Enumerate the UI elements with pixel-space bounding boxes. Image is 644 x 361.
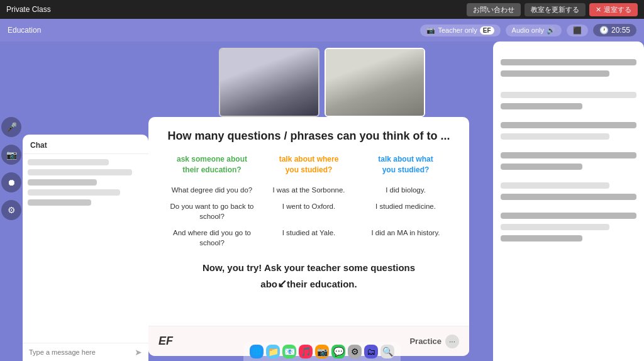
blurred-row bbox=[501, 194, 636, 200]
dock-item-photos[interactable]: 📷 bbox=[315, 345, 329, 358]
col-header-1: ask someone abouttheir education? bbox=[164, 154, 260, 175]
send-icon[interactable]: ➤ bbox=[135, 347, 142, 357]
cursor-icon: ↙ bbox=[277, 277, 287, 290]
chat-header: Chat bbox=[23, 135, 148, 154]
chat-input-area: ➤ bbox=[23, 343, 148, 361]
dock-item-search[interactable]: 🔍 bbox=[380, 345, 394, 358]
camera-icon: 📷 bbox=[426, 26, 435, 35]
col-header-2: talk about whereyou studied? bbox=[260, 154, 357, 175]
dock-item-mail[interactable]: 📧 bbox=[282, 345, 296, 358]
blurred-row bbox=[501, 92, 636, 98]
dock-item-music[interactable]: 🎵 bbox=[299, 345, 313, 358]
ef-logo: EF bbox=[158, 335, 173, 348]
col-header-3: talk about whatyou studied? bbox=[357, 154, 454, 175]
chat-panel: Chat ➤ bbox=[23, 135, 148, 361]
audio-icon: 🔊 bbox=[547, 26, 555, 35]
blurred-row bbox=[501, 235, 582, 242]
blurred-row bbox=[501, 164, 582, 170]
cell-1-2: Do you want to go back to school? bbox=[164, 198, 260, 225]
subheader: Education 📷 Teacher only EF Audio only 🔊… bbox=[0, 19, 644, 42]
cell-2-2: I went to Oxford. bbox=[260, 198, 357, 225]
clock-icon: 🕐 bbox=[599, 26, 609, 35]
close-icon: ✕ bbox=[596, 6, 601, 14]
lesson-cta: Now, you try! Ask your teacher some ques… bbox=[164, 261, 454, 292]
close-button[interactable]: ✕ 退室する bbox=[589, 3, 638, 16]
app-title: Private Class bbox=[6, 5, 51, 14]
dock-item-finder[interactable]: 📁 bbox=[266, 345, 280, 358]
update-button[interactable]: 教室を更新する bbox=[525, 3, 586, 16]
video-thumb-1 bbox=[219, 48, 319, 117]
dock-item-messages[interactable]: 💬 bbox=[331, 345, 345, 358]
dock-item-files[interactable]: 🗂 bbox=[364, 345, 378, 358]
camera-button[interactable]: 📷 bbox=[1, 145, 21, 165]
blurred-row bbox=[501, 182, 609, 189]
blurred-row bbox=[501, 103, 582, 109]
timer: 🕐 20:55 bbox=[593, 24, 636, 36]
education-label: Education bbox=[8, 26, 41, 35]
microphone-button[interactable]: 🎤 bbox=[1, 117, 21, 137]
blurred-row bbox=[501, 224, 609, 230]
blurred-row bbox=[501, 133, 609, 140]
practice-btn-area: Practice ··· bbox=[409, 335, 459, 348]
main-area: 🎤 📷 ⏺ ⚙ Chat ➤ How many questions / phra… bbox=[0, 42, 644, 361]
lesson-columns: ask someone abouttheir education? talk a… bbox=[164, 154, 454, 251]
lesson-panel: How many questions / phrases can you thi… bbox=[148, 117, 469, 356]
lesson-title: How many questions / phrases can you thi… bbox=[164, 130, 454, 143]
topbar: Private Class お問い合わせ 教室を更新する ✕ 退室する bbox=[0, 0, 644, 19]
video-thumb-2 bbox=[325, 48, 425, 117]
more-options-icon[interactable]: ··· bbox=[445, 335, 459, 348]
cell-3-3: I did an MA in history. bbox=[357, 225, 454, 251]
toggle-pill[interactable]: ⬛ bbox=[567, 25, 588, 36]
record-button[interactable]: ⏺ bbox=[1, 172, 21, 192]
blurred-row bbox=[501, 70, 609, 77]
settings-button[interactable]: ⚙ bbox=[1, 200, 21, 220]
cell-3-2: I studied medicine. bbox=[357, 198, 454, 225]
chat-input[interactable] bbox=[29, 348, 131, 356]
left-sidebar: 🎤 📷 ⏺ ⚙ bbox=[0, 42, 23, 361]
lesson-content: How many questions / phrases can you thi… bbox=[148, 117, 469, 326]
cell-2-1: I was at the Sorbonne. bbox=[260, 182, 357, 198]
blurred-row bbox=[501, 122, 636, 128]
video-area bbox=[219, 48, 425, 117]
cell-2-3: I studied at Yale. bbox=[260, 225, 357, 251]
ef-badge: EF bbox=[480, 26, 494, 35]
inquiry-button[interactable]: お問い合わせ bbox=[467, 3, 521, 16]
topbar-controls: お問い合わせ 教室を更新する ✕ 退室する bbox=[467, 3, 638, 16]
teacher-only-pill: 📷 Teacher only EF bbox=[420, 25, 500, 36]
dock-item-settings[interactable]: ⚙ bbox=[348, 345, 362, 358]
mac-dock: 🌐 📁 📧 🎵 📷 💬 ⚙ 🗂 🔍 bbox=[243, 342, 401, 361]
blurred-row bbox=[501, 59, 636, 65]
chat-messages bbox=[23, 154, 148, 343]
subheader-right: 📷 Teacher only EF Audio only 🔊 ⬛ 🕐 20:55 bbox=[420, 24, 636, 36]
cell-1-1: What degree did you do? bbox=[164, 182, 260, 198]
dock-item-browser[interactable]: 🌐 bbox=[250, 345, 264, 358]
blurred-row bbox=[501, 213, 636, 219]
right-panel bbox=[493, 42, 644, 361]
cell-1-3: And where did you go to school? bbox=[164, 225, 260, 251]
cell-3-1: I did biology. bbox=[357, 182, 454, 198]
blurred-row bbox=[501, 152, 636, 158]
audio-only-pill: Audio only 🔊 bbox=[506, 25, 562, 36]
practice-button[interactable]: Practice bbox=[409, 336, 441, 346]
